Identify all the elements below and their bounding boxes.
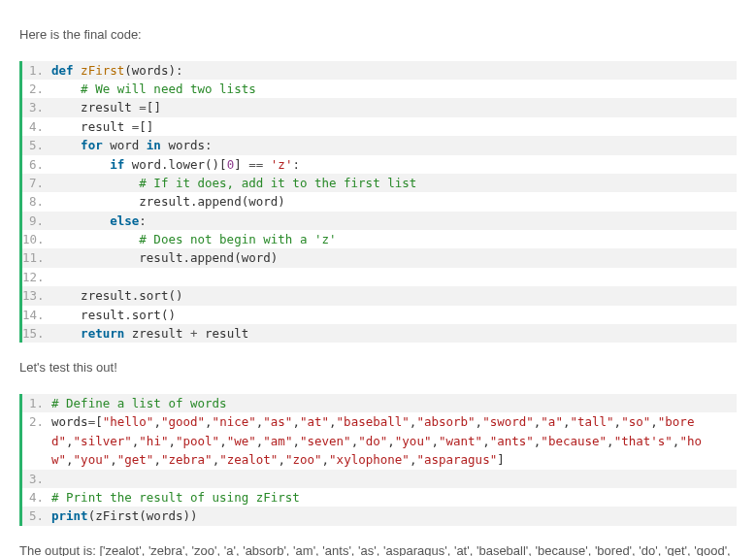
code-content: print(zFirst(words)) <box>51 507 737 525</box>
code-line: 5. for word in words: <box>22 136 737 154</box>
line-number: 12. <box>22 268 51 286</box>
line-number: 4. <box>22 488 51 507</box>
code-content <box>51 268 737 286</box>
line-number: 2. <box>22 412 51 431</box>
code-line: 13. zresult.sort() <box>22 286 737 305</box>
code-line: 5.print(zFirst(words)) <box>22 507 737 525</box>
line-number: 1. <box>22 394 51 412</box>
output-value: ['zealot', 'zebra', 'zoo', 'a', 'absorb'… <box>19 543 731 556</box>
code-line: 7. # If it does, add it to the first lis… <box>22 174 737 192</box>
line-number: 6. <box>22 155 51 174</box>
code-content: result =[] <box>51 117 737 136</box>
code-line: 12. <box>22 268 737 286</box>
code-content: # Define a list of words <box>51 394 737 412</box>
code-content: # We will need two lists <box>51 80 737 98</box>
code-line: 11. result.append(word) <box>22 248 737 267</box>
code-content: return zresult + result <box>51 324 737 343</box>
line-number: 2. <box>22 80 51 98</box>
line-number: 5. <box>22 136 51 154</box>
line-number: 1. <box>22 61 51 80</box>
code-line: 2.words=["hello","good","nice","as","at"… <box>22 412 737 469</box>
line-number: 14. <box>22 306 51 324</box>
code-content: for word in words: <box>51 136 737 154</box>
code-line: 4.# Print the result of using zFirst <box>22 488 737 507</box>
line-number: 5. <box>22 507 51 525</box>
line-number: 10. <box>22 230 51 248</box>
code-content: # Print the result of using zFirst <box>51 488 737 507</box>
code-block-zfirst: 1.def zFirst(words):2. # We will need tw… <box>19 61 737 343</box>
code-content <box>51 470 737 488</box>
code-content: else: <box>51 212 737 230</box>
code-line: 9. else: <box>22 212 737 230</box>
code-block-test: 1.# Define a list of words2.words=["hell… <box>19 394 737 526</box>
code-line: 2. # We will need two lists <box>22 80 737 98</box>
code-line: 3. zresult =[] <box>22 98 737 116</box>
code-content: zresult.sort() <box>51 286 737 305</box>
code-line: 1.def zFirst(words): <box>22 61 737 80</box>
code-content: result.sort() <box>51 306 737 324</box>
code-line: 8. zresult.append(word) <box>22 192 737 211</box>
line-number: 7. <box>22 174 51 192</box>
output-label: The output is: <box>19 543 99 556</box>
code-content: if word.lower()[0] == 'z': <box>51 155 737 174</box>
code-line: 1.# Define a list of words <box>22 394 737 412</box>
intro-text: Here is the final code: <box>19 23 737 48</box>
code-line: 4. result =[] <box>22 117 737 136</box>
line-number: 13. <box>22 286 51 305</box>
code-content: # If it does, add it to the first list <box>51 174 737 192</box>
code-content: zresult.append(word) <box>51 192 737 211</box>
line-number: 9. <box>22 212 51 230</box>
line-number: 8. <box>22 192 51 211</box>
code-line: 10. # Does not begin with a 'z' <box>22 230 737 248</box>
code-content: # Does not begin with a 'z' <box>51 230 737 248</box>
code-content: def zFirst(words): <box>51 61 737 80</box>
line-number: 3. <box>22 470 51 488</box>
code-line: 6. if word.lower()[0] == 'z': <box>22 155 737 174</box>
code-content: result.append(word) <box>51 248 737 267</box>
line-number: 15. <box>22 324 51 343</box>
line-number: 3. <box>22 98 51 116</box>
line-number: 11. <box>22 248 51 267</box>
line-number: 4. <box>22 117 51 136</box>
code-line: 3. <box>22 470 737 488</box>
test-text: Let's test this out! <box>19 356 737 380</box>
code-content: words=["hello","good","nice","as","at","… <box>51 412 737 469</box>
output-text: The output is: ['zealot', 'zebra', 'zoo'… <box>19 540 737 556</box>
code-content: zresult =[] <box>51 98 737 116</box>
code-line: 15. return zresult + result <box>22 324 737 343</box>
code-line: 14. result.sort() <box>22 306 737 324</box>
